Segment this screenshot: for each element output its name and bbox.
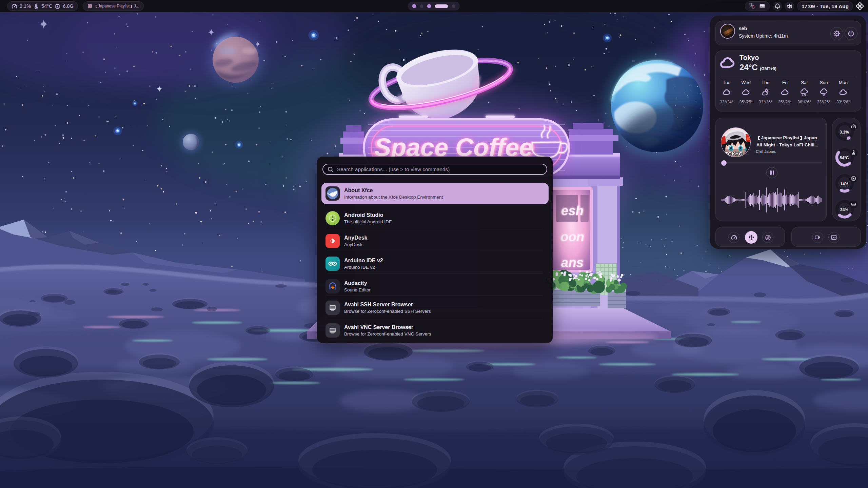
svg-text:TOKYO L: TOKYO L <box>725 151 747 157</box>
svg-text:esh: esh <box>561 204 583 218</box>
svg-text:14%: 14% <box>840 182 848 186</box>
svg-text:oon: oon <box>560 230 584 244</box>
svg-text:3.1%: 3.1% <box>840 130 849 135</box>
svg-text:24%: 24% <box>840 207 848 212</box>
svg-text:ans: ans <box>561 256 583 270</box>
svg-text:54°C: 54°C <box>840 156 849 160</box>
